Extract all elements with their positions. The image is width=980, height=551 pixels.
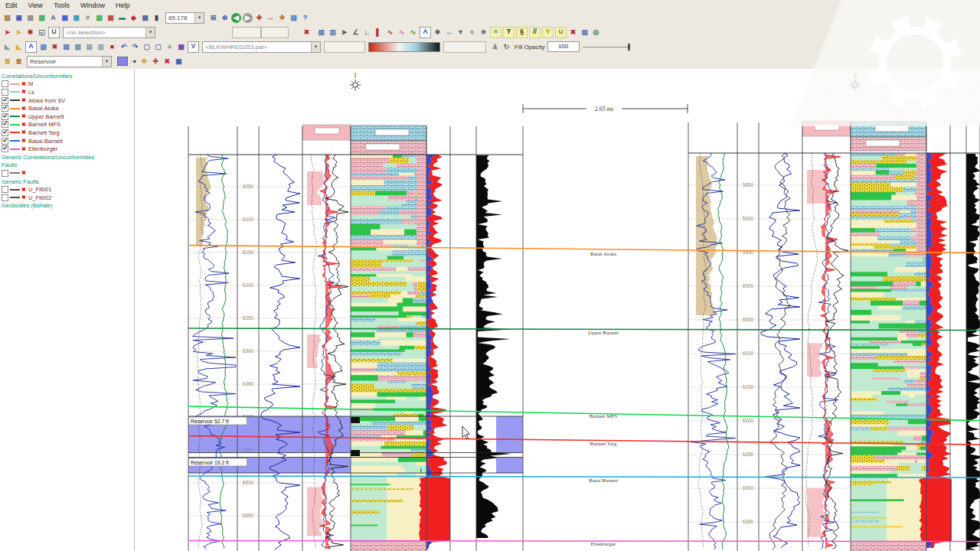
delete-icon[interactable]: ✖ bbox=[21, 89, 26, 95]
visibility-checkbox[interactable] bbox=[2, 97, 8, 104]
smooth-icon[interactable]: ≈ bbox=[467, 28, 477, 37]
function-icon[interactable]: ▩ bbox=[71, 13, 81, 23]
save-icon[interactable]: ▣ bbox=[14, 13, 24, 23]
copy-icon[interactable]: ▤ bbox=[316, 28, 326, 37]
v-icon[interactable]: V bbox=[188, 41, 199, 53]
angle-icon[interactable]: ∠ bbox=[351, 28, 361, 37]
select-window-icon[interactable]: ◱ bbox=[37, 28, 47, 37]
horizon-add-icon[interactable]: ≣ bbox=[2, 57, 12, 67]
area-tool-icon[interactable]: ◣ bbox=[2, 42, 12, 52]
menu-item-tools[interactable]: Tools bbox=[54, 2, 70, 9]
zoom-level-combo[interactable]: 65.178▾ bbox=[165, 12, 204, 24]
zoom-level-combo-dropdown-icon[interactable]: ▾ bbox=[194, 13, 204, 23]
y-tool-icon[interactable]: Y bbox=[542, 27, 554, 38]
wave-tool-icon[interactable]: ≈ bbox=[490, 27, 501, 38]
clone2-icon[interactable]: ▥ bbox=[96, 42, 106, 52]
visibility-checkbox[interactable] bbox=[2, 89, 8, 96]
filter-icon[interactable]: ▼ bbox=[456, 28, 466, 37]
tree-item-barnett-mfs[interactable]: ✖Barnett MFS bbox=[0, 121, 134, 129]
cursor-tool-icon[interactable]: ➤ bbox=[339, 28, 349, 37]
zoom-icon[interactable]: ⊕ bbox=[220, 13, 230, 23]
pan-icon[interactable]: ✥ bbox=[277, 13, 287, 23]
tree-item-u-flt001[interactable]: ✖U_Flt001 bbox=[0, 185, 134, 194]
window-icon[interactable]: ▢ bbox=[142, 42, 152, 52]
insert-below-icon[interactable]: ✚ bbox=[151, 57, 161, 67]
tree-item-ls[interactable]: ✖Ls bbox=[0, 88, 134, 96]
users-icon[interactable]: ♟ bbox=[490, 42, 500, 52]
visibility-checkbox[interactable] bbox=[2, 145, 8, 152]
visibility-checkbox[interactable] bbox=[2, 113, 8, 120]
well-marker-icon[interactable]: ◆ bbox=[129, 13, 139, 23]
fault-stick-icon[interactable]: Ŧ bbox=[503, 27, 514, 38]
stretch-icon[interactable]: ↔ bbox=[444, 28, 454, 37]
visibility-checkbox[interactable] bbox=[2, 121, 8, 128]
help-icon[interactable]: ? bbox=[300, 13, 310, 23]
fit-icon[interactable]: ✚ bbox=[254, 13, 264, 23]
u-tool-icon[interactable]: U bbox=[48, 27, 60, 38]
section-canvas[interactable]: 6050610061506200625063006350640064506500… bbox=[135, 69, 980, 551]
visibility-checkbox[interactable] bbox=[2, 80, 8, 87]
copy2-icon[interactable]: ▤ bbox=[61, 42, 71, 52]
refresh-icon[interactable]: ↻ bbox=[501, 42, 511, 52]
horizon-combo-dropdown-icon[interactable]: ▾ bbox=[102, 57, 111, 67]
burst-icon[interactable]: ✳ bbox=[479, 28, 488, 37]
corner-icon[interactable]: ∟ bbox=[362, 28, 372, 37]
visibility-checkbox[interactable] bbox=[2, 170, 8, 177]
well-marker-2[interactable]: 2 bbox=[850, 72, 861, 90]
delete-icon[interactable]: ✖ bbox=[21, 146, 26, 152]
horizon-color-chip[interactable] bbox=[117, 57, 128, 66]
visibility-checkbox[interactable] bbox=[2, 186, 8, 193]
record-icon[interactable]: ■ bbox=[107, 42, 117, 52]
tree-item-basal-atoka[interactable]: ✖Basal Atoka bbox=[0, 104, 134, 112]
palette-combo[interactable]: <BLKWHRED253.pal>▾ bbox=[202, 41, 321, 53]
delete-tool-icon[interactable]: ✖ bbox=[568, 28, 578, 37]
back-icon[interactable]: ◀ bbox=[231, 13, 241, 23]
wellpath-icon[interactable]: A bbox=[48, 13, 58, 23]
zoom-area-icon[interactable]: ⊞ bbox=[208, 13, 218, 23]
map-3d-icon[interactable]: ▧ bbox=[94, 13, 104, 23]
clone-icon[interactable]: ▤ bbox=[84, 42, 94, 52]
fill-opacity-input[interactable]: 100 bbox=[547, 41, 580, 52]
globe-tool-icon[interactable]: ◎ bbox=[591, 28, 601, 37]
selection-combo[interactable]: <no selection>▾ bbox=[63, 27, 155, 38]
menu-item-edit[interactable]: Edit bbox=[5, 2, 18, 9]
grid-icon[interactable]: ▩ bbox=[140, 13, 150, 23]
marker-set-icon[interactable]: ▌ bbox=[374, 28, 384, 37]
snapshot-icon[interactable]: ▧ bbox=[289, 13, 299, 23]
delete-icon[interactable]: ✖ bbox=[21, 113, 26, 119]
color-gradient-bar[interactable] bbox=[368, 42, 440, 52]
fill-opacity-slider[interactable] bbox=[583, 42, 630, 52]
delete-icon[interactable]: ✖ bbox=[21, 129, 26, 135]
selection-combo-dropdown-icon[interactable]: ▾ bbox=[145, 28, 155, 37]
surface-icon[interactable]: ▬ bbox=[117, 13, 127, 23]
horizon-add2-icon[interactable]: ≣ bbox=[14, 57, 24, 67]
fit-width-icon[interactable]: ↔ bbox=[266, 13, 276, 23]
doc-tool-icon[interactable]: ▤ bbox=[580, 28, 590, 37]
correlation-line-ellenburger[interactable] bbox=[188, 541, 980, 542]
crossplot-icon[interactable]: # bbox=[83, 13, 93, 23]
tree-item-barnett-targ[interactable]: ✖Barnett Targ bbox=[0, 129, 134, 137]
text-box-icon[interactable]: A bbox=[420, 27, 431, 38]
histogram-icon[interactable]: ▦ bbox=[60, 13, 70, 23]
delete-icon[interactable]: ✖ bbox=[21, 97, 26, 103]
redo-icon[interactable]: ↷ bbox=[130, 42, 140, 52]
tree-item-u-flt002[interactable]: ✖U_Flt002 bbox=[0, 194, 134, 202]
workflow-icon[interactable]: ▥ bbox=[37, 13, 47, 23]
print-icon[interactable]: ▤ bbox=[25, 13, 35, 23]
delete-icon[interactable]: ✖ bbox=[21, 81, 26, 87]
copy3-icon[interactable]: ▥ bbox=[73, 42, 83, 52]
polyline-red-icon[interactable]: ∿ bbox=[385, 28, 395, 37]
hatch-tool-icon[interactable]: // bbox=[529, 27, 541, 38]
polyline-green-icon[interactable]: ∿ bbox=[408, 28, 418, 37]
seismic-icon[interactable]: ▮ bbox=[152, 13, 162, 23]
tree-item-unnamed[interactable]: ✖ bbox=[0, 169, 134, 178]
delete-icon[interactable]: ✖ bbox=[21, 187, 26, 193]
delete-icon[interactable]: ✖ bbox=[21, 194, 26, 201]
pick-star-icon[interactable]: ✱ bbox=[25, 28, 35, 37]
area2-tool-icon[interactable]: ◣ bbox=[14, 42, 24, 52]
delete-icon[interactable]: ✖ bbox=[21, 106, 26, 112]
visibility-checkbox[interactable] bbox=[2, 105, 8, 112]
list-icon[interactable]: ≡ bbox=[165, 42, 175, 52]
undo-icon[interactable]: ↶ bbox=[119, 42, 129, 52]
paste-icon[interactable]: ▥ bbox=[328, 28, 338, 37]
